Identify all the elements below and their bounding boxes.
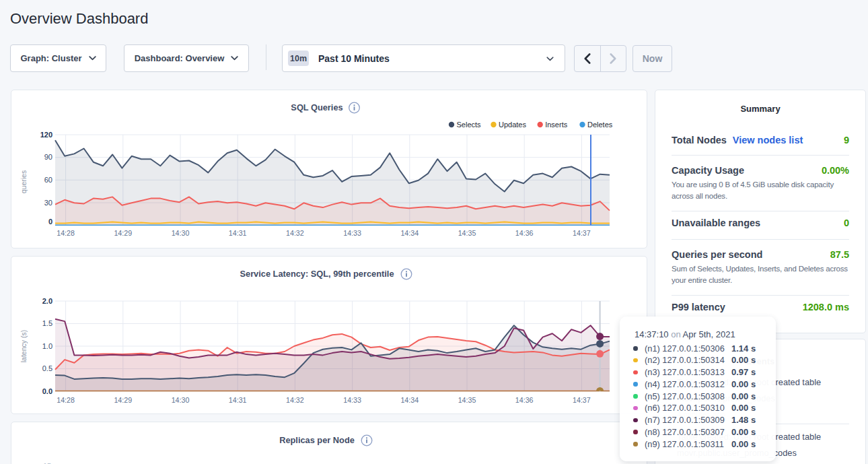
svg-text:2.0: 2.0	[42, 297, 52, 305]
svg-text:14:28: 14:28	[57, 229, 75, 237]
svg-text:14:35: 14:35	[458, 229, 476, 237]
svg-text:90: 90	[44, 153, 52, 161]
svg-text:Inserts: Inserts	[545, 121, 568, 129]
svg-text:14:32: 14:32	[286, 229, 304, 237]
svg-text:0: 0	[48, 218, 52, 226]
svg-text:60: 60	[44, 176, 52, 184]
svg-text:Replicas per Node: Replicas per Node	[279, 435, 355, 445]
svg-text:14:31: 14:31	[229, 229, 247, 237]
svg-text:latency (s): latency (s)	[20, 330, 28, 362]
svg-text:Deletes: Deletes	[587, 121, 613, 129]
svg-text:0.5: 0.5	[42, 364, 52, 372]
svg-text:14:32: 14:32	[286, 396, 304, 404]
svg-text:14:36: 14:36	[515, 396, 534, 404]
svg-text:120: 120	[40, 131, 52, 139]
svg-text:14:37: 14:37	[573, 396, 591, 404]
svg-text:14:30: 14:30	[172, 229, 190, 237]
svg-text:14:34: 14:34	[400, 396, 419, 404]
svg-text:14:29: 14:29	[114, 396, 132, 404]
svg-text:Updates: Updates	[499, 121, 526, 129]
svg-text:14:35: 14:35	[458, 396, 476, 404]
svg-text:1.5: 1.5	[42, 319, 52, 327]
svg-text:Selects: Selects	[457, 121, 482, 129]
svg-text:14:29: 14:29	[114, 229, 132, 237]
svg-text:1.0: 1.0	[42, 342, 52, 350]
svg-text:14:31: 14:31	[229, 396, 247, 404]
svg-text:14:28: 14:28	[57, 396, 75, 404]
svg-text:14:30: 14:30	[172, 396, 190, 404]
svg-text:14:37: 14:37	[573, 229, 591, 237]
svg-text:14:33: 14:33	[343, 396, 361, 404]
svg-text:queries: queries	[20, 170, 28, 193]
svg-text:0.0: 0.0	[42, 387, 52, 395]
svg-text:14:34: 14:34	[400, 229, 419, 237]
svg-text:14:33: 14:33	[343, 229, 361, 237]
svg-text:30: 30	[44, 199, 52, 207]
svg-text:14:36: 14:36	[515, 229, 534, 237]
